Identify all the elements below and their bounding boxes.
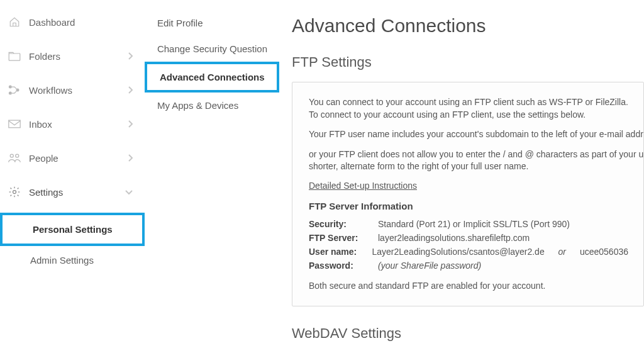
- primary-sidebar: Dashboard Folders Workflows Inbox Peo: [0, 0, 145, 353]
- ftp-row-server: FTP Server: layer2leadingsolutions.share…: [309, 233, 628, 243]
- folder-icon: [6, 51, 23, 61]
- sidebar-subitem-label: Personal Settings: [33, 224, 113, 235]
- submenu-item-label: Edit Profile: [157, 18, 203, 28]
- ftp-label-server: FTP Server:: [309, 233, 378, 243]
- chevron-right-icon: [127, 120, 133, 128]
- ftp-value-server: layer2leadingsolutions.sharefileftp.com: [378, 233, 530, 243]
- sidebar-item-inbox[interactable]: Inbox: [0, 107, 145, 141]
- svg-point-6: [16, 154, 19, 157]
- sidebar-item-label: Settings: [29, 187, 125, 198]
- settings-submenu: Edit Profile Change Security Question Ad…: [145, 0, 284, 353]
- sidebar-item-settings[interactable]: Settings: [0, 175, 145, 209]
- sidebar-item-label: Folders: [29, 51, 127, 62]
- ftp-row-password: Password: (your ShareFile password): [309, 261, 628, 271]
- gear-icon: [6, 186, 23, 198]
- ftp-settings-heading: FTP Settings: [292, 54, 644, 70]
- webdav-settings-heading: WebDAV Settings: [292, 325, 644, 342]
- chevron-right-icon: [127, 52, 133, 60]
- submenu-item-label: My Apps & Devices: [157, 100, 238, 111]
- sidebar-item-label: Dashboard: [29, 17, 133, 28]
- ftp-username-alt: ucee056036: [580, 247, 628, 257]
- ftp-username-or: or: [558, 247, 566, 257]
- main-content: Advanced Connections FTP Settings You ca…: [284, 0, 644, 353]
- highlight-advanced-connections: Advanced Connections: [145, 62, 279, 92]
- ftp-intro-2a: Your FTP user name includes your account…: [309, 128, 628, 141]
- ftp-value-security: Standard (Port 21) or Implicit SSL/TLS (…: [378, 219, 570, 229]
- ftp-settings-panel: You can connect to your account using an…: [292, 82, 644, 306]
- ftp-label-username: User name:: [309, 247, 372, 257]
- sidebar-item-label: Workflows: [29, 85, 127, 96]
- ftp-row-username: User name: Layer2LeadingSolutions/csanto…: [309, 247, 628, 257]
- ftp-value-username: Layer2LeadingSolutions/csantos@layer2.de…: [372, 247, 628, 257]
- page-title: Advanced Connections: [292, 15, 644, 36]
- submenu-item-label: Advanced Connections: [160, 72, 265, 82]
- submenu-item-edit-profile[interactable]: Edit Profile: [145, 10, 284, 36]
- sidebar-item-people[interactable]: People: [0, 141, 145, 175]
- svg-point-2: [9, 92, 12, 95]
- svg-point-7: [13, 191, 16, 194]
- sidebar-item-folders[interactable]: Folders: [0, 39, 145, 73]
- ftp-server-info-heading: FTP Server Information: [309, 201, 628, 211]
- settings-subitems: Personal Settings Admin Settings: [0, 213, 145, 274]
- chevron-right-icon: [127, 154, 133, 162]
- svg-point-5: [10, 154, 13, 157]
- svg-point-1: [9, 86, 12, 89]
- svg-rect-4: [9, 120, 20, 128]
- submenu-item-advanced-connections[interactable]: Advanced Connections: [147, 64, 277, 90]
- detailed-setup-link[interactable]: Detailed Set-up Instructions: [309, 181, 417, 191]
- chevron-right-icon: [127, 86, 133, 94]
- mail-icon: [6, 120, 23, 128]
- ftp-username-full: Layer2LeadingSolutions/csantos@layer2.de: [372, 247, 545, 257]
- highlight-personal-settings: Personal Settings: [0, 213, 145, 246]
- sidebar-subitem-personal-settings[interactable]: Personal Settings: [3, 215, 142, 244]
- sidebar-item-workflows[interactable]: Workflows: [0, 73, 145, 107]
- submenu-item-label: Change Security Question: [157, 43, 267, 54]
- svg-rect-0: [9, 53, 20, 60]
- home-icon: [6, 16, 23, 28]
- ftp-intro-1: You can connect to your account using an…: [309, 96, 628, 121]
- ftp-label-security: Security:: [309, 219, 378, 229]
- sidebar-item-label: Inbox: [29, 119, 127, 130]
- ftp-value-password: (your ShareFile password): [378, 261, 481, 271]
- people-icon: [6, 153, 23, 163]
- ftp-intro-2c: shorter, alternate form to the right of …: [309, 160, 628, 173]
- ftp-footnote: Both secure and standard FTP are enabled…: [309, 281, 628, 291]
- sidebar-subitem-label: Admin Settings: [30, 255, 94, 266]
- ftp-label-password: Password:: [309, 261, 378, 271]
- submenu-item-change-security-question[interactable]: Change Security Question: [145, 36, 284, 62]
- ftp-row-security: Security: Standard (Port 21) or Implicit…: [309, 219, 628, 229]
- ftp-intro-2b: or your FTP client does not allow you to…: [309, 148, 628, 161]
- sidebar-subitem-admin-settings[interactable]: Admin Settings: [0, 246, 145, 274]
- sidebar-item-dashboard[interactable]: Dashboard: [0, 5, 145, 39]
- chevron-down-icon: [125, 189, 133, 195]
- workflow-icon: [6, 84, 23, 96]
- sidebar-item-label: People: [29, 153, 127, 164]
- submenu-item-my-apps-devices[interactable]: My Apps & Devices: [145, 92, 284, 118]
